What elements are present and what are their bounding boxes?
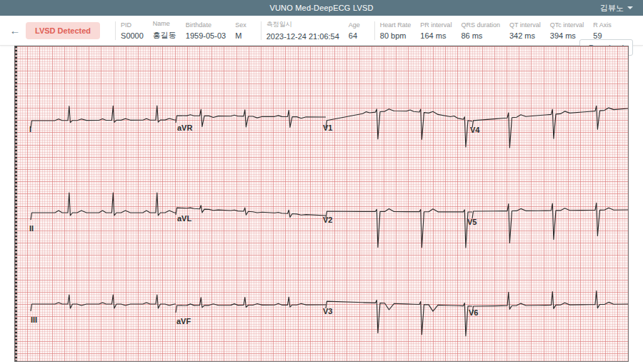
lead-label-aVR: aVR [177,123,192,132]
field-qt-interval: QT interval342 ms [509,21,541,40]
lead-label-V5: V5 [467,218,477,226]
field-label: QTc interval [550,21,584,29]
field-label: Age [349,21,360,29]
lead-label-I: I [29,125,31,133]
field-sex: SexM [235,21,246,40]
field-age: Age64 [349,21,360,40]
app-title: VUNO Med-DeepECG LVSD [269,4,373,12]
field-label: 측정일시 [266,20,339,29]
lvsd-status-badge: LVSD Detected [26,22,100,39]
lead-trace-aVF [176,297,326,313]
field-value: M [235,31,246,40]
lead-label-V4: V4 [470,126,480,134]
lead-trace-III [31,295,176,311]
field-qrs-duration: QRS duration86 ms [461,21,500,40]
lead-label-V3: V3 [323,307,332,315]
lead-label-aVL: aVL [177,214,191,223]
field-value: 164 ms [420,31,452,40]
field-value: S0000 [121,31,144,40]
user-menu[interactable]: 김뷰노 [600,0,633,16]
field-value: 1959-05-03 [186,31,226,40]
lead-trace-V5 [472,203,628,243]
lead-label-V2: V2 [323,216,332,224]
ecg-waveforms: IaVRV1V4IIaVLV2V5IIIaVFV3V6 [15,46,628,361]
patient-fields: PIDS0000Name홍길동Birthdate1959-05-03SexM측정… [121,16,621,45]
lead-label-V1: V1 [323,123,332,132]
lead-trace-I [31,106,176,128]
field-r-axis: R Axis59 [593,21,612,40]
user-name: 김뷰노 [600,3,624,14]
field-label: QT interval [509,21,541,29]
lead-trace-V6 [472,291,628,313]
field-qtc-interval: QTc interval394 ms [550,21,584,40]
field-label: PR interval [420,21,452,29]
field-value: 59 [593,31,612,40]
field-name: Name홍길동 [153,20,176,41]
toolbar: ← LVSD Detected PIDS0000Name홍길동Birthdate… [0,16,643,46]
field-label: Birthdate [186,21,226,29]
field-value: 86 ms [461,31,500,40]
back-button[interactable]: ← [4,16,26,46]
field-value: 64 [349,31,360,40]
field-측정일시: 측정일시2023-12-24 21:06:54 [266,20,339,41]
field-pid: PIDS0000 [121,21,144,40]
field-label: PID [121,21,144,29]
divider [374,21,375,40]
field-label: Name [153,20,176,27]
lead-trace-V1 [326,109,472,147]
lead-trace-II [31,193,176,220]
lead-label-V6: V6 [469,308,478,317]
field-value: 394 ms [550,31,584,40]
lead-trace-V2 [326,208,472,248]
lead-trace-aVR [176,109,326,127]
app-header: VUNO Med-DeepECG LVSD 김뷰노 [0,0,643,16]
ecg-chart: IaVRV1V4IIaVLV2V5IIIaVFV3V6 [14,46,629,362]
lead-trace-V4 [472,106,628,148]
field-value: 80 bpm [380,31,412,40]
field-label: Sex [235,21,246,29]
lead-trace-aVL [176,206,326,218]
divider [261,21,261,40]
field-label: QRS duration [461,21,500,29]
lead-trace-V3 [326,300,472,335]
field-birthdate: Birthdate1959-05-03 [186,21,226,40]
lead-label-II: II [29,224,34,233]
field-pr-interval: PR interval164 ms [420,21,452,40]
field-label: Heart Rate [380,21,412,29]
field-value: 342 ms [509,31,541,40]
lead-label-III: III [31,315,37,324]
field-label: R Axis [593,21,612,29]
field-value: 홍길동 [153,30,176,41]
chevron-down-icon [627,6,633,9]
lead-label-aVF: aVF [176,317,191,325]
divider [115,21,116,40]
field-value: 2023-12-24 21:06:54 [266,32,339,41]
field-heart-rate: Heart Rate80 bpm [380,21,412,40]
